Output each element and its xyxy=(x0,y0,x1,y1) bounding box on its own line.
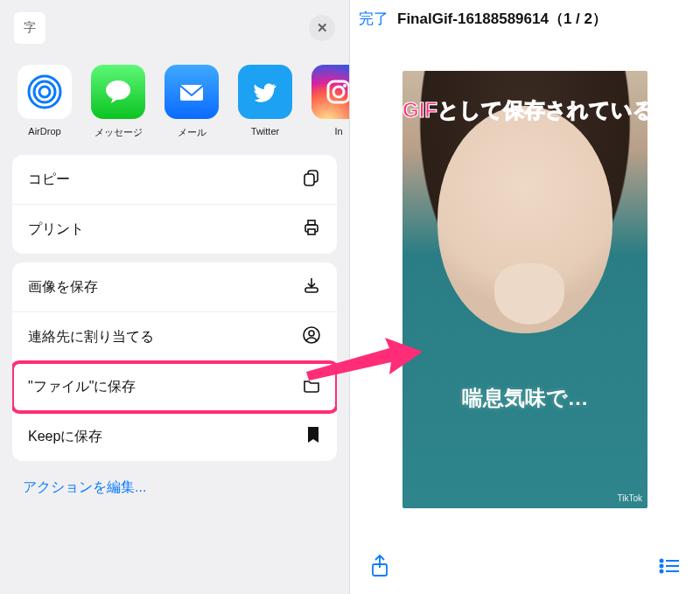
action-assign-contact[interactable]: 連絡先に割り当てる xyxy=(12,312,337,362)
annotation-banner: GIFとして保存されている xyxy=(368,96,690,124)
gif-preview[interactable]: 喘息気味で… TikTok xyxy=(402,71,648,508)
list-button[interactable] xyxy=(658,557,681,578)
done-button[interactable]: 完了 xyxy=(359,9,388,29)
share-app-messages[interactable]: メッセージ xyxy=(91,65,145,139)
action-copy[interactable]: コピー xyxy=(12,155,337,205)
share-sheet: 字 ✕ AirDrop メッセージ メール xyxy=(0,0,350,594)
airdrop-icon xyxy=(18,65,72,119)
close-button[interactable]: ✕ xyxy=(309,15,335,41)
action-label: 連絡先に割り当てる xyxy=(28,328,154,346)
file-title: FinalGif-16188589614（1 / 2） xyxy=(397,9,607,29)
edit-actions-link[interactable]: アクションを編集... xyxy=(0,470,349,514)
action-label: Keepに保存 xyxy=(28,428,102,446)
preview-toolbar xyxy=(350,545,700,594)
svg-point-0 xyxy=(39,87,50,97)
download-icon xyxy=(302,276,321,298)
text-overlay-glyph: 字 xyxy=(24,20,36,36)
svg-point-7 xyxy=(343,84,346,87)
svg-point-3 xyxy=(106,80,130,100)
action-print[interactable]: プリント xyxy=(12,205,337,254)
messages-icon xyxy=(91,65,145,119)
action-label: "ファイル"に保存 xyxy=(28,378,136,396)
copy-icon xyxy=(302,168,321,191)
share-button[interactable] xyxy=(369,554,390,582)
mail-icon xyxy=(164,65,219,119)
close-icon: ✕ xyxy=(317,20,328,36)
action-label: コピー xyxy=(28,171,70,189)
instagram-icon xyxy=(312,65,349,119)
action-label: 画像を保存 xyxy=(28,278,98,297)
action-group-1: コピー プリント xyxy=(12,155,337,254)
share-sheet-header: 字 ✕ xyxy=(0,0,349,47)
svg-rect-12 xyxy=(308,229,315,234)
action-label: プリント xyxy=(28,220,84,239)
svg-rect-11 xyxy=(308,220,315,225)
share-app-airdrop[interactable]: AirDrop xyxy=(18,65,72,139)
svg-rect-13 xyxy=(305,288,318,292)
svg-point-19 xyxy=(661,565,663,568)
share-app-instagram[interactable]: In xyxy=(312,65,349,139)
share-app-twitter[interactable]: Twitter xyxy=(238,65,292,139)
action-group-2: 画像を保存 連絡先に割り当てる "ファイル"に保存 Keepに保存 xyxy=(12,262,337,461)
share-app-label: メッセージ xyxy=(94,126,143,139)
twitter-icon xyxy=(238,65,292,119)
text-overlay-button[interactable]: 字 xyxy=(14,12,46,44)
svg-point-1 xyxy=(34,81,55,102)
gif-subtitle: 喘息気味で… xyxy=(402,384,648,412)
svg-point-6 xyxy=(333,87,344,97)
share-app-label: AirDrop xyxy=(28,126,60,136)
edit-actions-label: アクションを編集... xyxy=(23,479,146,494)
tiktok-watermark: TikTok xyxy=(617,493,642,503)
files-preview: 完了 FinalGif-16188589614（1 / 2） 喘息気味で… Ti… xyxy=(350,0,700,594)
svg-point-17 xyxy=(661,560,663,563)
action-save-keep[interactable]: Keepに保存 xyxy=(12,412,337,461)
share-apps-row: AirDrop メッセージ メール Twitter xyxy=(0,47,349,155)
figure-hand xyxy=(494,263,564,325)
action-save-image[interactable]: 画像を保存 xyxy=(12,262,337,312)
bookmark-icon xyxy=(305,425,321,448)
action-save-to-files[interactable]: "ファイル"に保存 xyxy=(12,362,337,412)
svg-rect-9 xyxy=(304,174,314,185)
printer-icon xyxy=(302,218,321,241)
share-app-label: メール xyxy=(178,126,206,139)
share-app-label: Twitter xyxy=(251,126,279,136)
svg-rect-4 xyxy=(180,85,203,101)
share-app-mail[interactable]: メール xyxy=(164,65,219,139)
share-app-label: In xyxy=(334,126,342,136)
preview-header: 完了 FinalGif-16188589614（1 / 2） xyxy=(350,0,700,34)
annotation-arrow-icon xyxy=(302,332,424,385)
svg-point-21 xyxy=(661,570,663,573)
